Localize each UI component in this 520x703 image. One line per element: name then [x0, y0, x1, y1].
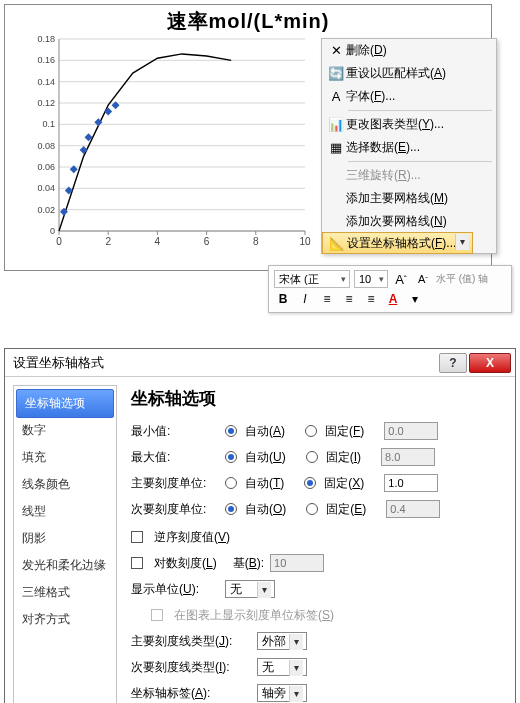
category-tab-1[interactable]: 数字 [14, 417, 116, 444]
svg-text:6: 6 [204, 236, 210, 247]
auto-radio-2[interactable] [225, 477, 237, 489]
axis-row-label-1: 最大值: [131, 449, 219, 466]
axis-labels-label: 坐标轴标签 [131, 686, 191, 700]
font-name-dropdown[interactable]: 宋体 (正 [274, 270, 350, 288]
axis-row-label-2: 主要刻度单位: [131, 475, 219, 492]
svg-text:0.1: 0.1 [42, 119, 55, 129]
axis-icon: 📐 [327, 236, 347, 251]
italic-button[interactable]: I [296, 290, 314, 308]
value-input-2[interactable]: 1.0 [384, 474, 438, 492]
context-menu: ✕删除(D)🔄重设以匹配样式(A)A字体(F)...📊更改图表类型(Y)...▦… [321, 38, 497, 254]
options-heading: 坐标轴选项 [131, 387, 501, 410]
mini-format-toolbar: 宋体 (正 10 Aˆ Aˇ 水平 (值) 轴 B I ≡ ≡ ≡ A ▾ [268, 265, 512, 313]
svg-text:0: 0 [50, 226, 55, 236]
svg-text:0.18: 0.18 [37, 35, 55, 44]
auto-radio-0[interactable] [225, 425, 237, 437]
checkbox-0[interactable] [131, 531, 143, 543]
font-color-button[interactable]: A [384, 290, 402, 308]
auto-radio-1[interactable] [225, 451, 237, 463]
toolbar-extra-text: 水平 (值) 轴 [436, 272, 488, 286]
category-tab-2[interactable]: 填充 [14, 444, 116, 471]
svg-text:0.02: 0.02 [37, 205, 55, 215]
dialog-titlebar: 设置坐标轴格式 ? X [5, 349, 515, 377]
align-center-button[interactable]: ≡ [340, 290, 358, 308]
font-color-dropdown-icon[interactable]: ▾ [406, 290, 424, 308]
reset-icon: 🔄 [326, 66, 346, 81]
category-tab-5[interactable]: 阴影 [14, 525, 116, 552]
log-base-input[interactable]: 10 [270, 554, 324, 572]
svg-text:0: 0 [56, 236, 62, 247]
fixed-radio-1[interactable] [306, 451, 318, 463]
ctx-添加主要网格线[interactable]: 添加主要网格线(M) [322, 187, 496, 210]
check-row-0: 逆序刻度值(V) [131, 524, 501, 550]
font-shrink-button[interactable]: Aˇ [414, 270, 432, 288]
display-unit-select[interactable]: 无 [225, 580, 275, 598]
axis-row-label-3: 次要刻度单位: [131, 501, 219, 518]
svg-text:0.08: 0.08 [37, 141, 55, 151]
align-left-button[interactable]: ≡ [318, 290, 336, 308]
auto-radio-3[interactable] [225, 503, 237, 515]
ctx-添加次要网格线[interactable]: 添加次要网格线(N) [322, 210, 496, 233]
category-tab-3[interactable]: 线条颜色 [14, 471, 116, 498]
category-tab-6[interactable]: 发光和柔化边缘 [14, 552, 116, 579]
axis-row-label-0: 最小值: [131, 423, 219, 440]
svg-text:10: 10 [299, 236, 311, 247]
svg-text:8: 8 [253, 236, 259, 247]
show-unit-label-checkbox [151, 609, 163, 621]
value-input-0[interactable]: 0.0 [384, 422, 438, 440]
align-right-button[interactable]: ≡ [362, 290, 380, 308]
dialog-close-button[interactable]: X [469, 353, 511, 373]
ctx-选择数据[interactable]: ▦选择数据(E)... [322, 136, 496, 159]
ctx-删除[interactable]: ✕删除(D) [322, 39, 496, 62]
show-unit-label-text: 在图表上显示刻度单位标签 [174, 608, 318, 622]
category-tab-7[interactable]: 三维格式 [14, 579, 116, 606]
font-grow-button[interactable]: Aˆ [392, 270, 410, 288]
dialog-category-list: 坐标轴选项数字填充线条颜色线型阴影发光和柔化边缘三维格式对齐方式 [13, 385, 117, 703]
font-size-dropdown[interactable]: 10 [354, 270, 388, 288]
svg-text:0.06: 0.06 [37, 162, 55, 172]
svg-text:4: 4 [155, 236, 161, 247]
ctx-重设以匹配样式[interactable]: 🔄重设以匹配样式(A) [322, 62, 496, 85]
menu-separator [348, 110, 492, 111]
plot-area: 00.020.040.060.080.10.120.140.160.180246… [23, 35, 311, 249]
ctx-更改图表类型[interactable]: 📊更改图表类型(Y)... [322, 113, 496, 136]
del-icon: ✕ [326, 43, 346, 58]
dialog-help-button[interactable]: ? [439, 353, 467, 373]
dialog-title-text: 设置坐标轴格式 [13, 354, 104, 372]
menu-separator [348, 161, 492, 162]
check-row-1: 对数刻度(L)基(B):10 [131, 550, 501, 576]
font-icon: A [326, 89, 346, 104]
axis-row-0: 最小值:自动(A)固定(F)0.0 [131, 418, 501, 444]
svg-text:0.14: 0.14 [37, 77, 55, 87]
bold-button[interactable]: B [274, 290, 292, 308]
dialog-options-panel: 坐标轴选项 最小值:自动(A)固定(F)0.0最大值:自动(U)固定(I)8.0… [117, 385, 507, 703]
ctx-三维旋转: 三维旋转(R)... [322, 164, 496, 187]
axis-labels-select[interactable]: 轴旁 [257, 684, 307, 702]
axis-row-3: 次要刻度单位:自动(O)固定(E)0.4 [131, 496, 501, 522]
svg-text:2: 2 [105, 236, 111, 247]
axis-row-1: 最大值:自动(U)固定(I)8.0 [131, 444, 501, 470]
chart-title: 速率mol/(L*min) [5, 8, 491, 35]
plot-svg: 00.020.040.060.080.10.120.140.160.180246… [23, 35, 311, 249]
svg-text:0.16: 0.16 [37, 55, 55, 65]
ctx-设置坐标轴格式[interactable]: 📐设置坐标轴格式(F)... [322, 232, 473, 254]
category-tab-8[interactable]: 对齐方式 [14, 606, 116, 633]
minor-tick-select[interactable]: 无 [257, 658, 307, 676]
category-tab-4[interactable]: 线型 [14, 498, 116, 525]
data-icon: ▦ [326, 140, 346, 155]
svg-text:0.12: 0.12 [37, 98, 55, 108]
value-input-1[interactable]: 8.0 [381, 448, 435, 466]
category-tab-0[interactable]: 坐标轴选项 [16, 389, 114, 418]
major-tick-select[interactable]: 外部 [257, 632, 307, 650]
fixed-radio-3[interactable] [306, 503, 318, 515]
svg-text:0.04: 0.04 [37, 183, 55, 193]
minor-tick-label: 次要刻度线类型 [131, 660, 215, 674]
major-tick-label: 主要刻度线类型 [131, 634, 215, 648]
ctx-字体[interactable]: A字体(F)... [322, 85, 496, 108]
fixed-radio-0[interactable] [305, 425, 317, 437]
axis-row-2: 主要刻度单位:自动(T)固定(X)1.0 [131, 470, 501, 496]
checkbox-1[interactable] [131, 557, 143, 569]
format-axis-dialog: 设置坐标轴格式 ? X 坐标轴选项数字填充线条颜色线型阴影发光和柔化边缘三维格式… [4, 348, 516, 703]
value-input-3[interactable]: 0.4 [386, 500, 440, 518]
fixed-radio-2[interactable] [304, 477, 316, 489]
